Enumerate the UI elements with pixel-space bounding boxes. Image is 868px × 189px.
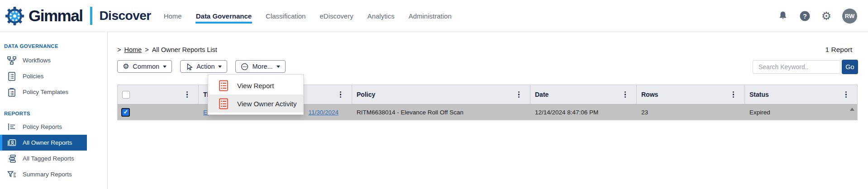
search-input[interactable]	[753, 60, 840, 74]
nav-analytics[interactable]: Analytics	[367, 8, 395, 24]
settings-gear-icon[interactable]: ⚙	[820, 10, 832, 22]
more-button-label: More...	[252, 63, 272, 70]
svg-text:?: ?	[803, 12, 807, 19]
cursor-icon	[186, 63, 193, 71]
toolbar: ⚙ Common Action More...	[117, 60, 286, 73]
sidebar-item-label: Policy Reports	[23, 123, 62, 130]
nav-home[interactable]: Home	[163, 8, 182, 24]
common-dropdown-button[interactable]: ⚙ Common	[117, 60, 172, 73]
row-rows-cell: 23	[637, 109, 745, 116]
sidebar-item-policies[interactable]: Policies	[0, 68, 87, 84]
menu-item-view-report[interactable]: View Report	[208, 76, 303, 94]
common-button-label: Common	[133, 63, 159, 70]
nav-classification[interactable]: Classification	[265, 8, 306, 24]
clipboard-icon	[7, 87, 17, 97]
sidebar-item-policy-reports[interactable]: Policy Reports	[0, 119, 87, 135]
ellipsis-circle-icon	[241, 63, 248, 71]
gear-icon: ⚙	[123, 63, 129, 70]
user-avatar[interactable]: RW	[842, 9, 857, 24]
gimmal-gear-logo-icon	[4, 5, 25, 27]
column-menu-kebab-icon[interactable]	[185, 90, 189, 100]
owner-card-icon	[7, 138, 17, 148]
row-status-cell: Expired	[745, 109, 857, 116]
brand-divider	[90, 7, 92, 25]
workflow-icon	[7, 56, 17, 66]
header-date-column[interactable]: Date	[530, 85, 637, 104]
sidebar-section-reports: REPORTS	[0, 111, 107, 116]
breadcrumb-home-link[interactable]: Home	[124, 46, 142, 53]
main-content: > Home > All Owner Reports List 1 Report…	[108, 32, 868, 189]
column-label: Rows	[641, 91, 658, 98]
brand-logo[interactable]: Gimmal Discover	[0, 5, 151, 27]
header-select-column[interactable]	[118, 85, 199, 104]
breadcrumb: > Home > All Owner Reports List	[117, 46, 217, 53]
action-button-label: Action	[196, 63, 215, 70]
policies-list-icon	[7, 71, 17, 81]
breadcrumb-separator: >	[145, 46, 148, 53]
scrollbar-up-arrow[interactable]	[850, 108, 854, 111]
report-title-link-end[interactable]: 11/30/2024	[308, 109, 339, 116]
nav-administration[interactable]: Administration	[408, 8, 452, 24]
sidebar-item-all-owner-reports[interactable]: All Owner Reports	[0, 135, 87, 151]
primary-nav: Home Data Governance Classification eDis…	[163, 0, 452, 32]
help-icon[interactable]: ?	[799, 10, 811, 22]
header-policy-column[interactable]: Policy	[352, 85, 530, 104]
column-menu-kebab-icon[interactable]	[623, 90, 627, 100]
product-name: Discover	[99, 9, 151, 23]
header-status-column[interactable]: Status	[745, 85, 857, 104]
report-document-icon	[219, 80, 228, 91]
menu-item-label: View Report	[237, 82, 274, 90]
sidebar-item-workflows[interactable]: Workflows	[0, 52, 87, 68]
row-checkbox-checked[interactable]	[121, 108, 130, 117]
breadcrumb-current: All Owner Reports List	[152, 46, 217, 53]
column-label: Status	[749, 91, 769, 98]
sidebar-item-summary-reports[interactable]: Summary Reports	[0, 166, 87, 182]
report-lines-icon	[7, 122, 17, 132]
column-menu-kebab-icon[interactable]	[339, 90, 343, 100]
action-dropdown-button[interactable]: Action	[180, 60, 227, 73]
sidebar-item-policy-templates[interactable]: Policy Templates	[0, 84, 87, 100]
more-dropdown-menu: View Report View Owner Activity	[208, 74, 304, 115]
chevron-down-icon	[163, 66, 167, 68]
go-button[interactable]: Go	[842, 60, 858, 74]
header-rows-column[interactable]: Rows	[637, 85, 745, 104]
column-label: Policy	[357, 91, 375, 98]
row-date-cell: 12/14/2024 8:47:06 PM	[530, 109, 637, 116]
notifications-bell-icon[interactable]	[777, 10, 789, 22]
nav-ediscovery[interactable]: eDiscovery	[319, 8, 353, 24]
chevron-down-icon	[277, 66, 280, 68]
page: Gimmal Discover Home Data Governance Cla…	[0, 0, 868, 189]
nav-data-governance[interactable]: Data Governance	[196, 8, 252, 24]
funnel-filter-icon	[7, 170, 17, 180]
report-document-icon	[219, 98, 228, 109]
chevron-down-icon	[218, 66, 222, 68]
sidebar-section-data-governance: DATA GOVERNANCE	[0, 43, 107, 49]
sidebar-item-label: Policy Templates	[23, 89, 68, 95]
row-select-cell	[118, 108, 199, 117]
breadcrumb-separator: >	[117, 46, 121, 53]
sidebar-item-label: All Owner Reports	[23, 139, 72, 146]
sidebar-item-label: Policies	[23, 73, 44, 80]
report-count: 1 Report	[825, 46, 852, 54]
brand-name: Gimmal	[29, 7, 82, 25]
select-all-checkbox[interactable]	[122, 91, 130, 99]
menu-item-label: View Owner Activity	[237, 100, 296, 108]
navbar-right: ? ⚙ RW	[777, 9, 868, 24]
column-menu-kebab-icon[interactable]	[517, 90, 521, 100]
menu-item-view-owner-activity[interactable]: View Owner Activity	[208, 94, 303, 113]
search-group: Go	[753, 60, 858, 74]
column-label: Date	[535, 91, 548, 98]
sidebar: DATA GOVERNANCE Workflows Policies	[0, 32, 108, 189]
sidebar-item-all-tagged-reports[interactable]: All Tagged Reports	[0, 151, 87, 166]
top-navbar: Gimmal Discover Home Data Governance Cla…	[0, 0, 868, 32]
tagged-list-icon	[7, 154, 17, 164]
sidebar-item-label: All Tagged Reports	[23, 155, 74, 162]
column-menu-kebab-icon[interactable]	[731, 90, 735, 100]
sidebar-item-label: Summary Reports	[23, 171, 72, 178]
row-policy-cell: RITM6638014 - Elevance Roll Off Scan	[352, 109, 530, 116]
column-menu-kebab-icon[interactable]	[844, 90, 848, 100]
sidebar-item-label: Workflows	[23, 57, 51, 64]
more-dropdown-button[interactable]: More...	[235, 60, 285, 73]
